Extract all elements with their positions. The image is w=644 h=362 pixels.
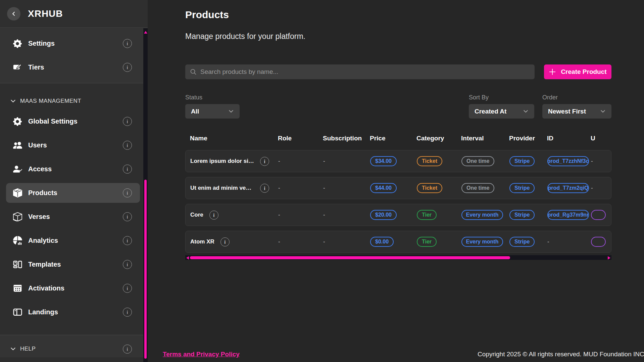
sidebar-item-landings[interactable]: Landings i	[0, 300, 143, 324]
search-box[interactable]	[185, 64, 535, 79]
sidebar-item-label: Analytics	[28, 237, 58, 244]
info-icon[interactable]: i	[260, 184, 269, 193]
chevron-down-icon	[10, 98, 16, 104]
cube-image-icon	[13, 212, 22, 222]
sidebar-item-settings[interactable]: Settings i	[0, 32, 143, 55]
table-scrollbar-thumb[interactable]	[190, 256, 510, 259]
info-icon[interactable]: i	[123, 284, 132, 293]
sidebar-item-users[interactable]: Users i	[0, 133, 143, 157]
section-maas-management[interactable]: MAAS MANAGEMENT	[0, 93, 143, 109]
sidebar-item-label: Settings	[28, 40, 55, 47]
chevron-down-icon	[10, 346, 16, 352]
chevron-left-icon	[11, 11, 17, 17]
column-header-subscription: Subscription	[323, 135, 370, 142]
sidebar-item-tiers[interactable]: Tiers i	[0, 55, 143, 79]
role-value: -	[278, 238, 280, 245]
scroll-left-arrow-icon[interactable]	[186, 256, 189, 260]
scroll-up-arrow-icon[interactable]	[144, 31, 147, 34]
sidebar-item-access[interactable]: Access i	[0, 157, 143, 181]
create-product-button[interactable]: Create Product	[544, 64, 611, 79]
sidebar-item-label: Users	[28, 141, 47, 149]
info-icon[interactable]: i	[123, 165, 132, 174]
status-dropdown[interactable]: All	[185, 104, 240, 119]
interval-badge: Every month	[461, 237, 503, 247]
footer: Terms and Privacy Policy Copyright 2025 …	[163, 351, 644, 358]
info-icon[interactable]: i	[260, 157, 269, 166]
info-icon[interactable]: i	[123, 345, 132, 354]
product-name: Atom XR	[190, 238, 214, 245]
info-icon[interactable]: i	[123, 236, 132, 245]
price-badge: $44.00	[370, 183, 397, 193]
chevron-down-icon	[523, 108, 529, 114]
table-row[interactable]: Ut enim ad minim veni...i - - $44.00 Tic…	[185, 177, 611, 199]
scroll-right-arrow-icon[interactable]	[608, 256, 610, 260]
sidebar-item-analytics[interactable]: Analytics i	[0, 229, 143, 253]
category-badge: Ticket	[417, 183, 442, 193]
column-header-provider: Provider	[509, 135, 547, 142]
collapse-sidebar-button[interactable]	[7, 7, 20, 20]
info-icon[interactable]: i	[123, 188, 132, 197]
info-icon[interactable]: i	[123, 141, 132, 150]
info-icon[interactable]: i	[123, 117, 132, 126]
sidebar-item-activations[interactable]: Activations i	[0, 276, 143, 300]
info-icon[interactable]: i	[209, 211, 218, 220]
info-icon[interactable]: i	[220, 237, 230, 246]
order-dropdown[interactable]: Newest First	[542, 104, 611, 119]
sidebar-group-top: Settings i Tiers i	[0, 28, 143, 83]
product-id-value: -	[547, 238, 549, 245]
category-badge: Tier	[417, 210, 437, 220]
toolbar: Create Product	[185, 64, 611, 79]
partial-badge	[591, 237, 606, 247]
role-value: -	[278, 212, 280, 218]
gear-icon	[13, 117, 22, 126]
sidebar-group-help: HELP i	[0, 335, 143, 357]
sidebar-scrollbar[interactable]	[143, 28, 148, 362]
plus-icon	[549, 68, 556, 76]
updated-value: -	[591, 185, 593, 191]
provider-badge: Stripe	[509, 237, 535, 247]
info-icon[interactable]: i	[123, 39, 132, 48]
search-input[interactable]	[200, 68, 530, 76]
status-dropdown-value: All	[191, 108, 199, 115]
subscription-value: -	[323, 238, 325, 245]
person-check-icon	[13, 165, 22, 174]
filters-row: Status All Sort By Created At	[185, 94, 611, 119]
info-icon[interactable]: i	[123, 212, 132, 221]
sort-by-dropdown[interactable]: Created At	[469, 104, 534, 119]
sidebar-nav: Settings i Tiers i MAAS MANAGEMENT	[0, 28, 143, 362]
subscription-value: -	[323, 158, 325, 165]
info-icon[interactable]: i	[123, 63, 132, 72]
sidebar-item-label: Activations	[28, 284, 64, 292]
terms-privacy-link[interactable]: Terms and Privacy Policy	[163, 351, 240, 358]
column-header-interval: Interval	[461, 135, 509, 142]
product-name: Core	[190, 212, 203, 218]
order-label: Order	[542, 94, 611, 101]
provider-badge: Stripe	[509, 156, 535, 166]
sidebar-group-maas: MAAS MANAGEMENT Global Settings i Users …	[0, 83, 143, 335]
sidebar-item-global-settings[interactable]: Global Settings i	[0, 109, 143, 133]
sort-by-dropdown-value: Created At	[475, 108, 506, 115]
updated-value: -	[591, 158, 593, 165]
box-icon	[13, 188, 22, 198]
sidebar-item-label: Landings	[28, 308, 58, 316]
search-icon	[190, 69, 197, 75]
sidebar-item-verses[interactable]: Verses i	[0, 205, 143, 229]
chevron-down-icon	[600, 108, 606, 114]
table-row[interactable]: Atom XRi - - $0.00 Tier Every month Stri…	[185, 231, 611, 253]
create-product-label: Create Product	[561, 68, 606, 76]
sidebar-item-templates[interactable]: Templates i	[0, 253, 143, 276]
page-subtitle: Manage products for your platform.	[185, 32, 611, 41]
sidebar-item-label: Tiers	[28, 63, 44, 71]
column-header-price: Price	[370, 135, 416, 142]
sidebar-item-products[interactable]: Products i	[0, 181, 143, 205]
column-header-role: Role	[278, 135, 323, 142]
product-id-badge: prod_T7zm2qiQ	[547, 183, 589, 193]
section-help[interactable]: HELP i	[0, 341, 143, 357]
table-row[interactable]: Corei - - $20.00 Tier Every month Stripe…	[185, 204, 611, 226]
sidebar-scrollbar-thumb[interactable]	[144, 180, 147, 359]
table-row[interactable]: Lorem ipsum dolor sit ...i - - $34.00 Ti…	[185, 150, 611, 172]
info-icon[interactable]: i	[123, 260, 132, 269]
table-horizontal-scrollbar[interactable]	[185, 255, 611, 260]
provider-badge: Stripe	[509, 210, 535, 220]
info-icon[interactable]: i	[123, 308, 132, 317]
